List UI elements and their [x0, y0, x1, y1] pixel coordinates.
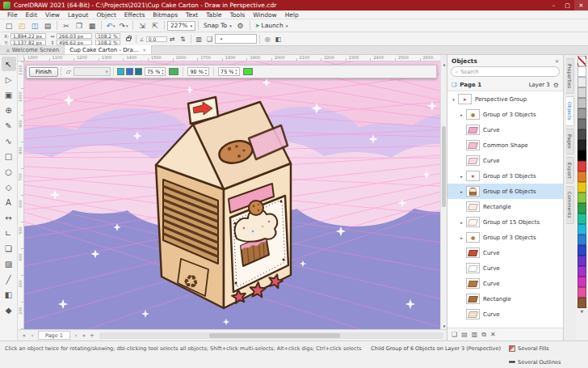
menu-effects[interactable]: Effects	[120, 11, 149, 19]
menu-window[interactable]: Window	[249, 11, 281, 19]
y-position-field[interactable]: 1,137.82 px	[10, 40, 46, 45]
horizontal-scrollbar[interactable]	[99, 332, 443, 339]
interactive-fill-tool[interactable]: ◧	[2, 287, 16, 302]
objects-tree-item[interactable]: Rectangle	[447, 291, 563, 307]
paste-icon[interactable]: ▦	[86, 20, 98, 31]
minimize-button[interactable]: –	[547, 0, 561, 11]
menu-table[interactable]: Table	[202, 11, 225, 19]
objects-tree-item[interactable]: ▸★Group of 3 Objects	[447, 168, 563, 184]
fill-status[interactable]: Several Fills	[509, 345, 583, 352]
expander-icon[interactable]: ▾	[450, 97, 457, 102]
group-objects-button[interactable]: ❏	[204, 34, 215, 44]
lock-ratio-icon[interactable]	[126, 37, 131, 41]
plane-z-toggle-icon[interactable]	[135, 68, 142, 75]
objects-tree-item[interactable]: ▾➤Perspective Group	[447, 91, 563, 107]
color-swatch[interactable]	[578, 108, 586, 119]
color-swatch[interactable]	[578, 182, 586, 192]
page-name[interactable]: Page 1	[460, 82, 481, 88]
maximize-button[interactable]: ▢	[561, 0, 574, 11]
menu-edit[interactable]: Edit	[22, 11, 42, 19]
color-swatch[interactable]	[578, 298, 586, 308]
crop-tool[interactable]: ▣	[2, 87, 16, 102]
docker-tab-properties[interactable]: Properties	[566, 58, 574, 94]
expander-icon[interactable]: ▸	[458, 220, 465, 225]
new-layer-icon[interactable]: ▤	[461, 331, 468, 338]
menu-object[interactable]: Object	[92, 11, 120, 19]
search-input[interactable]: ⌕ Search	[451, 66, 560, 77]
objects-tree-item[interactable]: Curve	[447, 276, 563, 291]
objects-tree-item[interactable]: ▸●Group of 3 Objects	[447, 107, 563, 122]
plane-color-swatch[interactable]	[243, 68, 253, 75]
menu-help[interactable]: Help	[281, 11, 303, 19]
color-swatch[interactable]	[578, 87, 586, 98]
line-opacity-field[interactable]: 75 %▴▾	[145, 67, 166, 76]
scale-horizontal-field[interactable]: 108.2 %	[95, 33, 120, 39]
last-page-button[interactable]: »	[80, 332, 88, 339]
save-icon[interactable]: ◫	[29, 20, 40, 31]
scale-vertical-field[interactable]: 108.2 %	[95, 40, 120, 45]
transparency-tool[interactable]: ▨	[2, 256, 16, 271]
expander-icon[interactable]: ▸	[458, 235, 465, 240]
object-order-button[interactable]: ▥	[194, 34, 204, 44]
color-swatch[interactable]	[578, 66, 586, 77]
objects-tree-item[interactable]: ▸●Group of 3 Objects	[447, 230, 563, 245]
x-position-field[interactable]: 1,894.22 px	[10, 33, 46, 39]
vertical-ruler[interactable]: 11001000900800700600500400300200	[18, 61, 24, 329]
connector-tool[interactable]: ∟	[2, 226, 16, 240]
text-tool[interactable]: A	[2, 195, 16, 209]
no-color-swatch[interactable]	[578, 56, 586, 66]
close-tab-icon[interactable]: ×	[142, 47, 146, 53]
first-page-button[interactable]: «	[20, 332, 28, 339]
zoom-tool[interactable]: ⊕	[2, 103, 16, 117]
color-swatch[interactable]	[578, 235, 586, 245]
edit-fill-button[interactable]: ◧	[273, 34, 284, 44]
expander-icon[interactable]: ▸	[458, 189, 465, 194]
new-document-icon[interactable]: □	[3, 20, 15, 31]
import-icon[interactable]: ⇲	[136, 20, 148, 31]
color-swatch[interactable]	[578, 171, 586, 182]
objects-tree-item[interactable]: Rectangle	[447, 199, 563, 214]
line-color-swatch[interactable]	[169, 68, 178, 75]
horizontal-ruler[interactable]: 1000110012001300140015001600170018001900…	[24, 55, 440, 61]
docker-tab-objects[interactable]: Objects	[566, 96, 574, 126]
undo-icon[interactable]: ↶▾	[105, 20, 116, 31]
drop-shadow-tool[interactable]: ❏	[2, 241, 16, 256]
vertical-scroll-thumb[interactable]	[442, 126, 446, 207]
vertical-scrollbar[interactable]: ▲ ▼	[440, 61, 447, 329]
menu-file[interactable]: File	[3, 11, 22, 19]
polygon-tool[interactable]: ◇	[2, 180, 16, 194]
color-swatch[interactable]	[578, 256, 586, 266]
copy-icon[interactable]: ❐	[74, 20, 85, 31]
convert-to-curves-button[interactable]: ◎	[262, 34, 273, 44]
redo-icon[interactable]: ↷▾	[118, 20, 129, 31]
ellipse-tool[interactable]: ○	[2, 164, 16, 179]
objects-tree-item[interactable]: ▸Group of 6 Objects	[447, 184, 563, 199]
close-button[interactable]: ✕	[574, 0, 588, 11]
color-swatch[interactable]	[578, 214, 586, 224]
docker-options-gear-icon[interactable]: ⚙	[553, 82, 559, 89]
objects-tree-item[interactable]: Curve	[447, 153, 563, 168]
mirror-vertical-button[interactable]: ⇅	[178, 34, 188, 44]
document-tab[interactable]: ⌂Welcome Screen	[2, 45, 65, 54]
color-swatch[interactable]	[578, 287, 586, 298]
previous-page-button[interactable]: ‹	[28, 332, 36, 339]
new-master-layer-icon[interactable]: ▥	[472, 331, 478, 338]
perspective-type-icon[interactable]: ▱	[64, 67, 74, 77]
objects-tree-item[interactable]: Curve	[447, 122, 563, 137]
menu-tools[interactable]: Tools	[226, 11, 249, 19]
pick-tool[interactable]: ↖	[2, 57, 16, 71]
rectangle-tool[interactable]: □	[2, 149, 16, 163]
objects-tree-item[interactable]: Curve	[447, 245, 563, 260]
objects-tree-item[interactable]: Common Shape	[447, 137, 563, 153]
rotation-angle-field[interactable]: 0.0	[146, 36, 167, 42]
menu-view[interactable]: View	[41, 11, 64, 19]
horizontal-scroll-thumb[interactable]	[209, 333, 340, 338]
expander-icon[interactable]: ▸	[458, 112, 465, 117]
finish-button[interactable]: Finish	[29, 67, 58, 77]
menu-bitmaps[interactable]: Bitmaps	[149, 11, 182, 19]
color-swatch[interactable]	[578, 277, 586, 287]
menu-layout[interactable]: Layout	[64, 11, 93, 19]
expander-icon[interactable]: ▸	[458, 174, 465, 179]
new-object-icon[interactable]: ❏	[452, 331, 457, 338]
drawing-canvas[interactable]: ♻	[24, 61, 440, 329]
